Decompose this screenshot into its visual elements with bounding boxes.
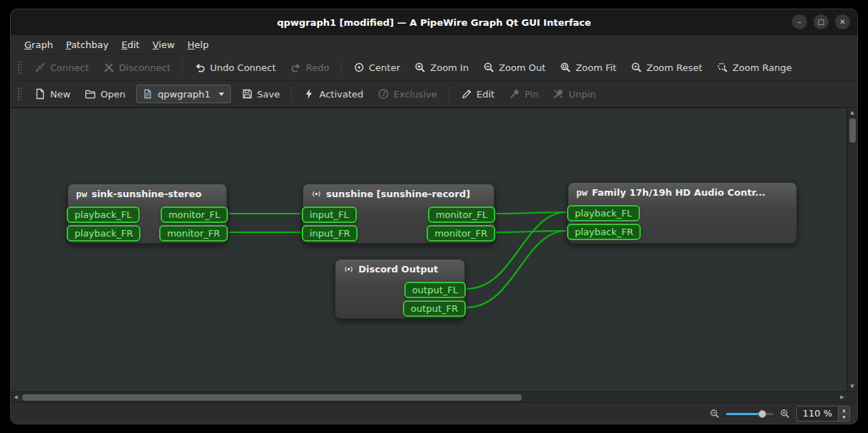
node-sink-sunshine-stereo[interactable]: pw sink-sunshine-stereo playback_FL moni…	[67, 184, 227, 244]
maximize-button[interactable]: □	[814, 14, 829, 29]
zoom-reset-icon	[631, 62, 642, 73]
menu-patchbay[interactable]: Patchbay	[59, 37, 115, 52]
scroll-right-arrow[interactable]: ▶	[837, 392, 847, 402]
port-output[interactable]: output_FL	[404, 282, 466, 298]
window-title: qpwgraph1 [modified] — A PipeWire Graph …	[277, 17, 591, 28]
node-header: Discord Output	[335, 260, 464, 277]
port-input[interactable]: input_FL	[302, 206, 357, 223]
chevron-down-icon	[219, 92, 224, 96]
scroll-left-arrow[interactable]: ◀	[11, 392, 21, 402]
port-output[interactable]: monitor_FL	[428, 206, 495, 223]
vertical-scrollbar[interactable]: ▲ ▼	[846, 108, 857, 391]
save-icon	[242, 88, 253, 100]
graph-canvas[interactable]: pw sink-sunshine-stereo playback_FL moni…	[11, 108, 846, 391]
port-input[interactable]: playback_FR	[567, 224, 641, 240]
node-family-hd-audio[interactable]: pw Family 17h/19h HD Audio Contr... play…	[568, 182, 797, 244]
exclusive-label: Exclusive	[394, 89, 437, 100]
toolbar-separator	[291, 86, 292, 102]
port-input[interactable]: input_FR	[302, 225, 358, 242]
zoom-value[interactable]: 110 %	[797, 406, 838, 421]
spin-up-arrow[interactable]: ▲	[839, 406, 849, 414]
port-output[interactable]: monitor_FR	[426, 225, 495, 242]
node-header: pw sink-sunshine-stereo	[68, 184, 226, 201]
app-window: qpwgraph1 [modified] — A PipeWire Graph …	[10, 9, 858, 424]
disconnect-label: Disconnect	[119, 62, 171, 73]
port-output[interactable]: output_FR	[403, 300, 466, 317]
zoom-fit-button[interactable]: Zoom Fit	[553, 57, 623, 77]
zoom-range-button[interactable]: Zoom Range	[710, 57, 798, 77]
node-sunshine[interactable]: sunshine [sunshine-record] input_FL moni…	[302, 184, 495, 244]
spin-down-arrow[interactable]: ▼	[839, 414, 849, 421]
pencil-icon	[461, 88, 472, 100]
zoom-slider-handle[interactable]	[758, 410, 766, 418]
port-output[interactable]: monitor_FR	[159, 225, 228, 242]
window-controls: – □ ✕	[792, 14, 850, 29]
zoom-fit-label: Zoom Fit	[576, 62, 616, 73]
menu-help[interactable]: Help	[181, 37, 216, 52]
center-button[interactable]: Center	[347, 57, 407, 77]
undo-icon	[194, 62, 206, 73]
port-input[interactable]: playback_FL	[567, 205, 640, 222]
title-bar[interactable]: qpwgraph1 [modified] — A PipeWire Graph …	[11, 9, 857, 35]
open-button[interactable]: Open	[78, 84, 132, 104]
toolbar-drag-handle[interactable]	[17, 60, 22, 75]
activated-toggle[interactable]: Activated	[297, 84, 370, 104]
zoom-spinbox[interactable]: 110 % ▲ ▼	[796, 406, 850, 422]
unpin-icon	[553, 88, 564, 100]
new-file-icon	[34, 88, 46, 100]
node-ports: input_FL monitor_FL input_FR monitor_FR	[303, 206, 494, 242]
save-button[interactable]: Save	[235, 84, 287, 104]
zoom-out-button[interactable]: Zoom Out	[477, 57, 552, 77]
close-button[interactable]: ✕	[835, 14, 850, 29]
port-input[interactable]: playback_FL	[67, 206, 140, 223]
scroll-up-arrow[interactable]: ▲	[847, 108, 857, 118]
horizontal-scrollbar[interactable]: ◀ ▶	[11, 391, 857, 402]
edit-button[interactable]: Edit	[454, 84, 501, 104]
zoom-in-button[interactable]: Zoom In	[408, 57, 475, 77]
port-input[interactable]: playback_FR	[67, 225, 140, 242]
graph-view: pw sink-sunshine-stereo playback_FL moni…	[11, 108, 857, 391]
graph-toolbar: Connect Disconnect Undo Connect Redo Cen…	[11, 54, 857, 81]
new-button[interactable]: New	[28, 84, 77, 104]
session-select-dropdown[interactable]: qpwgraph1	[136, 85, 230, 103]
undo-connect-button[interactable]: Undo Connect	[188, 57, 282, 77]
maximize-icon: □	[818, 18, 824, 26]
port-output[interactable]: monitor_FL	[161, 206, 228, 223]
scroll-down-arrow[interactable]: ▼	[847, 381, 857, 391]
menu-bar: Graph Patchbay Edit View Help	[11, 35, 857, 54]
zoom-out-icon	[710, 409, 720, 419]
toolbar-separator	[182, 60, 183, 75]
pin-label: Pin	[525, 89, 538, 100]
menu-view[interactable]: View	[146, 37, 181, 52]
zoom-range-label: Zoom Range	[733, 62, 792, 73]
lightning-bolt-icon	[303, 88, 315, 100]
vertical-scrollbar-thumb[interactable]	[849, 118, 856, 143]
zoom-slider-fill	[726, 413, 761, 415]
menu-edit[interactable]: Edit	[115, 37, 146, 52]
redo-button: Redo	[284, 57, 336, 77]
center-label: Center	[369, 62, 401, 73]
zoom-fit-icon	[560, 62, 571, 73]
horizontal-scrollbar-thumb[interactable]	[22, 394, 522, 401]
activated-label: Activated	[319, 89, 363, 100]
pin-button: Pin	[502, 84, 545, 104]
zoom-reset-label: Zoom Reset	[647, 62, 702, 73]
node-ports: playback_FL monitor_FL playback_FR monit…	[68, 206, 226, 242]
zoom-slider[interactable]	[726, 409, 773, 419]
menu-graph[interactable]: Graph	[18, 37, 59, 52]
node-ports: output_FL output_FR	[335, 282, 464, 317]
zoom-range-icon	[717, 62, 728, 73]
record-icon	[311, 189, 322, 199]
unpin-button: Unpin	[546, 84, 602, 104]
node-title: sunshine [sunshine-record]	[326, 189, 470, 199]
connection-edges	[11, 108, 846, 391]
session-file-icon	[143, 89, 153, 99]
minimize-button[interactable]: –	[792, 14, 807, 29]
node-discord-output[interactable]: Discord Output output_FL output_FR	[335, 259, 465, 319]
center-icon	[353, 62, 365, 73]
record-icon	[343, 264, 354, 275]
status-bar: 110 % ▲ ▼	[11, 402, 857, 424]
zoom-reset-button[interactable]: Zoom Reset	[624, 57, 709, 77]
toolbar-drag-handle[interactable]	[17, 87, 22, 101]
disconnect-button: Disconnect	[97, 57, 177, 77]
